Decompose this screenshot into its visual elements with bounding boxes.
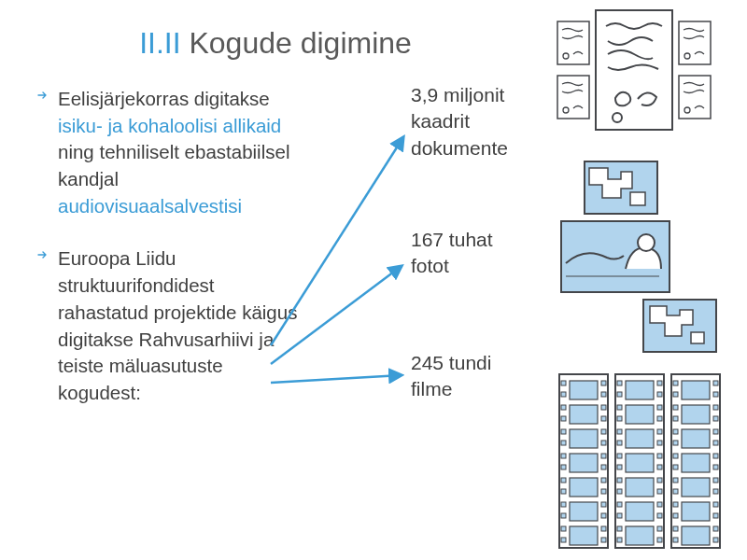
stat-documents: 3,9 miljonit kaadrit dokumente: [411, 82, 570, 161]
svg-rect-121: [713, 526, 718, 531]
stat-films: 245 tundi filme: [411, 350, 570, 403]
svg-rect-63: [657, 392, 662, 397]
svg-rect-35: [601, 441, 606, 445]
bullet-2: Euroopa Liidu struktuurifondidest rahast…: [37, 245, 299, 406]
svg-rect-25: [601, 381, 606, 385]
svg-rect-70: [617, 441, 622, 445]
svg-rect-17: [570, 381, 598, 399]
svg-rect-82: [617, 513, 622, 518]
svg-rect-90: [682, 405, 710, 424]
svg-rect-58: [626, 502, 654, 521]
photo-illustration-2: [560, 220, 670, 293]
svg-rect-115: [713, 489, 718, 494]
svg-rect-102: [673, 416, 678, 421]
svg-rect-122: [673, 538, 678, 542]
svg-rect-6: [679, 21, 711, 64]
svg-rect-86: [617, 538, 622, 542]
svg-rect-46: [561, 513, 566, 518]
svg-rect-76: [617, 478, 622, 483]
svg-rect-67: [657, 416, 662, 421]
svg-rect-79: [657, 489, 662, 494]
svg-rect-109: [713, 454, 718, 458]
svg-rect-123: [713, 538, 718, 542]
svg-rect-44: [561, 502, 566, 507]
bullet-1-pre: Eelisjärjekorras digitakse: [58, 88, 270, 109]
svg-rect-98: [673, 392, 678, 397]
stat-photos: 167 tuhat fotot: [411, 227, 570, 280]
svg-rect-4: [557, 76, 589, 119]
stat-photos-l1: 167 tuhat: [411, 229, 493, 250]
svg-rect-60: [617, 381, 622, 385]
document-illustration-center: [595, 9, 673, 131]
bullet-arrow-icon: [37, 90, 49, 101]
svg-rect-100: [673, 405, 678, 410]
document-illustration-right-1: [678, 21, 712, 65]
svg-rect-29: [601, 405, 606, 410]
svg-rect-73: [657, 454, 662, 458]
bullet-1-hl1: isiku- ja kohaloolisi allikaid: [58, 115, 281, 136]
svg-rect-39: [601, 465, 606, 469]
svg-rect-18: [570, 405, 598, 424]
svg-rect-66: [617, 416, 622, 421]
svg-rect-26: [561, 392, 566, 397]
slide-title: II.II Kogude digimine: [0, 26, 551, 61]
svg-rect-119: [713, 513, 718, 518]
stat-films-l1: 245 tundi: [411, 352, 491, 373]
bullet-arrow-icon: [37, 249, 49, 260]
svg-rect-113: [713, 478, 718, 483]
svg-rect-40: [561, 478, 566, 483]
svg-rect-19: [570, 429, 598, 448]
svg-rect-31: [601, 416, 606, 421]
stat-films-l2: filme: [411, 378, 452, 399]
svg-rect-107: [713, 441, 718, 445]
svg-rect-111: [713, 465, 718, 469]
svg-rect-61: [657, 381, 662, 385]
bullet-1-hl2: audiovisuaalsalvestisi: [58, 195, 242, 217]
svg-rect-81: [657, 502, 662, 507]
svg-rect-37: [601, 454, 606, 458]
svg-rect-94: [682, 502, 710, 521]
svg-rect-68: [617, 429, 622, 434]
svg-rect-21: [570, 478, 598, 497]
svg-rect-69: [657, 429, 662, 434]
photo-illustration-1: [584, 161, 658, 215]
svg-rect-65: [657, 405, 662, 410]
svg-rect-50: [561, 538, 566, 542]
bullet-1-mid: ning tehniliselt ebastabiilsel kandjal: [58, 141, 289, 189]
svg-rect-103: [713, 416, 718, 421]
film-strip-1: [558, 373, 609, 549]
svg-rect-30: [561, 416, 566, 421]
svg-rect-2: [557, 21, 589, 64]
svg-rect-110: [673, 465, 678, 469]
svg-rect-104: [673, 429, 678, 434]
svg-rect-117: [713, 502, 718, 507]
svg-rect-32: [561, 429, 566, 434]
document-illustration-right-2: [678, 75, 712, 119]
svg-rect-85: [657, 526, 662, 531]
svg-rect-108: [673, 454, 678, 458]
svg-rect-99: [713, 392, 718, 397]
svg-rect-53: [626, 381, 654, 399]
svg-rect-56: [626, 454, 654, 472]
svg-rect-57: [626, 478, 654, 497]
svg-rect-22: [570, 502, 598, 521]
svg-rect-114: [673, 489, 678, 494]
svg-rect-15: [691, 332, 704, 343]
svg-rect-84: [617, 526, 622, 531]
svg-rect-43: [601, 489, 606, 494]
svg-point-13: [638, 234, 655, 251]
svg-rect-75: [657, 465, 662, 469]
document-illustration-left-2: [557, 75, 590, 119]
stat-documents-l3: dokumente: [411, 137, 508, 159]
svg-rect-51: [601, 538, 606, 542]
svg-rect-62: [617, 392, 622, 397]
svg-rect-95: [682, 526, 710, 545]
svg-rect-64: [617, 405, 622, 410]
svg-rect-71: [657, 441, 662, 445]
svg-rect-24: [561, 381, 566, 385]
bullet-2-text: Euroopa Liidu struktuurifondidest rahast…: [58, 247, 297, 402]
svg-rect-77: [657, 478, 662, 483]
svg-rect-59: [626, 526, 654, 545]
svg-rect-55: [626, 429, 654, 448]
svg-rect-45: [601, 502, 606, 507]
